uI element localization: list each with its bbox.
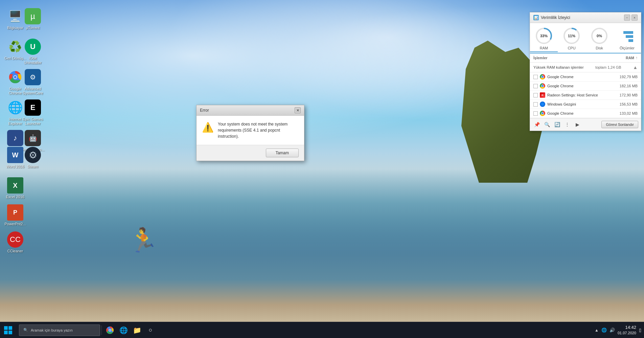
epic-games-icon: E — [25, 99, 41, 116]
powerpoint-label: PowerPnt2... — [5, 222, 26, 226]
desktop-icon-utorrent[interactable]: µ µTorrent — [19, 7, 46, 31]
advanced-systemcare-icon: ⚙ — [25, 69, 41, 85]
svg-rect-12 — [623, 31, 633, 34]
process-row-0[interactable]: Google Chrome 192,79 MB — [530, 72, 641, 82]
process-row-4[interactable]: Google Chrome 133,02 MB — [530, 109, 641, 118]
start-button[interactable] — [0, 322, 16, 338]
process-name-3: Windows Gezgini — [547, 102, 608, 106]
perf-monitor-title-area: 📊 Verimlilik İzleyici — [533, 15, 570, 20]
charts-icon-area — [618, 27, 636, 45]
process-ram-0: 192,79 MB — [611, 75, 638, 79]
scroll-up-button[interactable]: ▲ — [633, 65, 638, 70]
process-ram-3: 156,53 MB — [611, 102, 638, 106]
process-row-2[interactable]: R Radeon Settings: Host Service 172,90 M… — [530, 91, 641, 100]
network-icon[interactable]: 🌐 — [601, 328, 607, 333]
taskbar-ie-button[interactable]: 🌐 — [117, 322, 130, 338]
perf-monitor-titlebar: 📊 Verimlilik İzleyici − × — [530, 13, 641, 23]
disk-label: Disk — [596, 46, 603, 50]
system-tray: ▲ 🌐 🔊 — [595, 328, 615, 333]
desktop-icon-advanced-systemcare[interactable]: ⚙ Advanced SystemCare — [19, 68, 46, 97]
ram-label: RAM — [540, 46, 548, 50]
steam-icon: ⚙ — [25, 147, 41, 163]
steam-label: Steam — [27, 164, 38, 169]
utorrent-label: µTorrent — [26, 26, 40, 30]
perf-monitor-title: Verimlilik İzleyici — [541, 15, 570, 20]
process-ram-2: 172,90 MB — [611, 93, 638, 97]
cpu-gauge-circle: 11% — [563, 27, 580, 45]
taskbar-search-ring-button[interactable]: ○ — [144, 322, 157, 338]
process-checkbox-4[interactable] — [533, 111, 538, 116]
excel-label: Excel 2016 — [6, 195, 24, 199]
runner-silhouette: 🏃 — [129, 226, 142, 257]
end-task-button[interactable]: Görevi Sonlandır — [601, 121, 638, 128]
sort-arrow[interactable]: ↑ — [636, 55, 638, 60]
epic-games-label: Epic Games Launcher — [21, 117, 45, 126]
ccleaner-icon: CC — [7, 231, 23, 248]
charts-label: Ölçümler — [620, 46, 635, 50]
ram-gauge-circle: 33% — [535, 27, 553, 45]
high-ram-header: Yüksek RAM kullanan işlemler toplam 1,24… — [530, 63, 641, 72]
radeon-icon-2: R — [540, 92, 545, 98]
detroit-icon: 🤖 — [25, 130, 41, 146]
taskbar-search[interactable]: 🔍 Aramak için buraya yazın — [19, 324, 100, 336]
error-dialog-ok-button[interactable]: Tamam — [266, 149, 299, 157]
process-name-0: Google Chrome — [547, 75, 608, 79]
taskbar-divider-1 — [101, 325, 102, 335]
desktop-icon-epic-games[interactable]: E Epic Games Launcher — [19, 98, 46, 127]
refresh-button[interactable]: 🔄 — [553, 120, 561, 129]
total-ram-value: toplam 1,24 GB — [595, 65, 621, 69]
error-dialog: Error ✕ ⚠️ Your system does not meet the… — [196, 105, 304, 161]
process-name-4: Google Chrome — [547, 111, 608, 115]
desktop-icon-iobit[interactable]: U IObit Uninstaller — [19, 37, 46, 66]
svg-point-20 — [109, 329, 111, 331]
process-ram-4: 133,02 MB — [611, 111, 638, 115]
process-checkbox-3[interactable] — [533, 102, 538, 107]
more-button[interactable]: ▶ — [573, 120, 581, 129]
pin-button[interactable]: 📌 — [533, 120, 541, 129]
process-row-1[interactable]: Google Chrome 182,16 MB — [530, 82, 641, 91]
clock-date: 01.07.2020 — [618, 331, 636, 335]
disk-gauge[interactable]: 0% Disk — [585, 26, 613, 51]
chrome-icon-0 — [540, 74, 545, 80]
desktop-icon-powerpoint[interactable]: P PowerPnt2... — [2, 203, 29, 228]
perf-monitor-minimize-button[interactable]: − — [624, 15, 630, 21]
desktop-icon-excel[interactable]: X Excel 2016 — [2, 176, 29, 201]
charts-gauge[interactable]: Ölçümler — [613, 26, 641, 51]
process-checkbox-2[interactable] — [533, 93, 538, 97]
taskbar-right-area: ▲ 🌐 🔊 14:42 01.07.2020 ▯ — [595, 325, 644, 335]
process-checkbox-1[interactable] — [533, 84, 538, 88]
volume-icon[interactable]: 🔊 — [610, 328, 615, 333]
desktop-icon-steam[interactable]: ⚙ Steam — [19, 145, 46, 170]
perf-monitor-gauges: 33% RAM 11% CPU 0% — [530, 23, 641, 53]
perf-monitor-app-icon: 📊 — [533, 15, 539, 20]
cpu-gauge[interactable]: 11% CPU — [558, 26, 585, 51]
taskbar: 🔍 Aramak için buraya yazın 🌐 📁 ○ ▲ 🌐 🔊 — [0, 322, 644, 338]
svg-point-3 — [14, 76, 17, 78]
svg-rect-16 — [8, 331, 12, 334]
show-hidden-icons[interactable]: ▲ — [595, 328, 599, 333]
process-row-3[interactable]: Windows Gezgini 156,53 MB — [530, 100, 641, 109]
process-checkbox-0[interactable] — [533, 75, 538, 79]
taskbar-chrome-button[interactable] — [103, 322, 117, 338]
search-icon: 🔍 — [23, 328, 28, 332]
desktop-icon-ccleaner[interactable]: CC CCleaner — [2, 230, 29, 255]
high-ram-text: Yüksek RAM kullanan işlemler — [533, 65, 584, 69]
process-ram-1: 182,16 MB — [611, 84, 638, 88]
taskbar-chrome-icon — [106, 326, 114, 334]
options-button[interactable]: ⋮ — [563, 120, 571, 129]
perf-monitor-window-controls: − × — [624, 15, 638, 21]
excel-icon: X — [7, 177, 23, 194]
disk-percent: 0% — [597, 34, 602, 38]
taskbar-explorer-button[interactable]: 📁 — [130, 322, 144, 338]
process-name-2: Radeon Settings: Host Service — [547, 93, 608, 97]
advanced-systemcare-label: Advanced SystemCare — [21, 87, 45, 95]
ram-gauge[interactable]: 33% RAM — [530, 26, 558, 52]
show-desktop-button[interactable]: ▯ — [639, 328, 641, 333]
error-dialog-close-button[interactable]: ✕ — [295, 107, 301, 113]
search-button[interactable]: 🔍 — [543, 120, 551, 129]
warning-icon: ⚠️ — [202, 122, 214, 133]
perf-monitor-close-button[interactable]: × — [631, 15, 638, 21]
clock[interactable]: 14:42 01.07.2020 — [618, 325, 636, 335]
cpu-label: CPU — [568, 46, 575, 50]
iobit-icon: U — [25, 39, 41, 55]
